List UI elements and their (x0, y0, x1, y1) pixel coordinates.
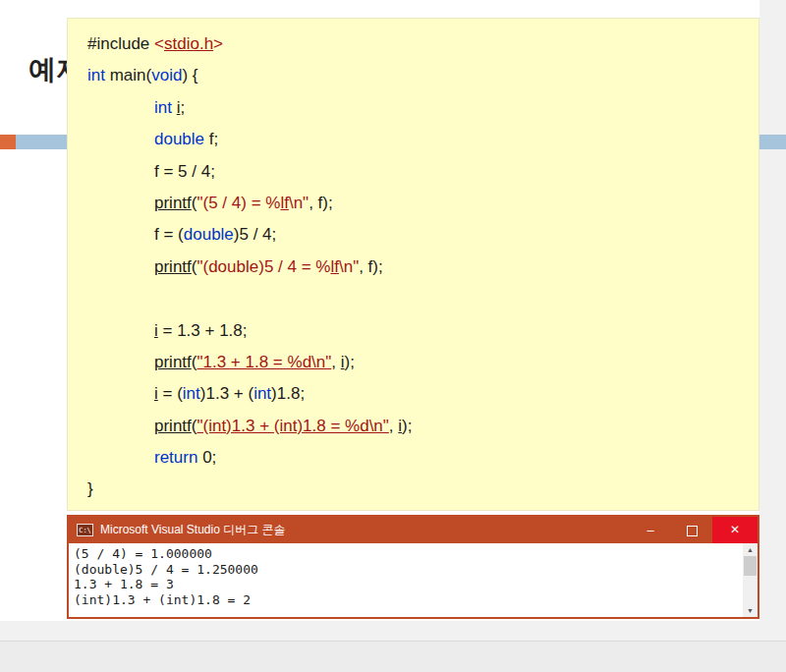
code-line: int i; (87, 92, 758, 124)
code-token: ; (180, 98, 185, 117)
code-token: f = ( (154, 225, 184, 244)
scroll-down-icon[interactable]: ▼ (743, 604, 758, 617)
code-token: )1.8; (271, 384, 305, 403)
code-token: double (184, 225, 234, 244)
code-token: = ( (158, 384, 183, 403)
code-line: printf("1.3 + 1.8 = %d\n", i); (87, 347, 758, 378)
code-token: < (154, 34, 164, 53)
minimize-button[interactable]: – (630, 517, 671, 543)
code-line: return 0; (87, 442, 758, 474)
code-token: lf (280, 194, 289, 212)
footer-bar (0, 641, 786, 672)
code-token: #include (87, 34, 154, 53)
code-token: ) { (182, 66, 197, 84)
console-line: 1.3 + 1.8 = 3 (74, 577, 738, 592)
code-line: i = 1.3 + 1.8; (87, 315, 758, 347)
code-line: f = 5 / 4; (87, 156, 758, 188)
console-output: (5 / 4) = 1.000000(double)5 / 4 = 1.2500… (69, 543, 743, 617)
code-line: f = (double)5 / 4; (87, 219, 758, 251)
code-token: 0; (197, 448, 216, 467)
page: 예제 #include <stdio.h>int main(void) {int… (0, 0, 786, 672)
code-token: ); (402, 417, 412, 435)
console-line: (double)5 / 4 = 1.250000 (74, 562, 738, 578)
code-token: "(double)5 / 4 = % (196, 257, 330, 276)
code-token: f; (204, 130, 218, 148)
code-token: > (213, 34, 223, 53)
code-token: int (87, 66, 105, 84)
code-token: \n" (339, 257, 359, 276)
code-line: printf("(5 / 4) = %lf\n", f); (87, 188, 758, 219)
scroll-up-icon[interactable]: ▲ (743, 543, 758, 556)
close-button[interactable]: ✕ (712, 517, 758, 543)
code-token: = 1.3 + 1.8; (158, 321, 248, 340)
code-token: )5 / 4; (234, 225, 276, 244)
divider-accent-square (0, 135, 16, 149)
code-token: f = 5 / 4; (154, 162, 215, 181)
code-token: int (183, 384, 200, 403)
code-line: printf("(double)5 / 4 = %lf\n", f); (87, 252, 758, 283)
code-line (87, 283, 758, 314)
code-token: , f); (309, 194, 333, 212)
code-token: printf (154, 417, 192, 435)
code-token: ); (345, 353, 355, 371)
code-line: #include <stdio.h> (87, 28, 758, 60)
code-token: , f); (359, 257, 383, 276)
code-token: main( (105, 66, 151, 84)
code-line: double f; (87, 124, 758, 155)
code-token: double (154, 130, 204, 148)
console-title: Microsoft Visual Studio 디버그 콘솔 (100, 522, 630, 538)
console-icon: C:\ (77, 524, 93, 536)
code-token: return (154, 448, 197, 467)
code-token: printf (154, 353, 192, 371)
code-token: int (253, 384, 271, 403)
code-token: printf (154, 194, 192, 212)
code-token: \n" (289, 194, 309, 212)
code-token: lf (330, 257, 339, 276)
console-scrollbar[interactable]: ▲ ▼ (743, 543, 758, 617)
console-window: C:\ Microsoft Visual Studio 디버그 콘솔 – ✕ (… (67, 515, 759, 619)
console-titlebar[interactable]: C:\ Microsoft Visual Studio 디버그 콘솔 – ✕ (69, 517, 758, 543)
code-token: , (331, 353, 340, 371)
code-token: "(5 / 4) = % (196, 194, 280, 212)
code-token: void (151, 66, 182, 84)
maximize-icon (687, 526, 698, 536)
code-line: printf("(int)1.3 + (int)1.8 = %d\n", i); (87, 411, 758, 442)
scrollbar-thumb[interactable] (744, 556, 757, 576)
code-line: int main(void) { (87, 60, 758, 91)
console-line: (5 / 4) = 1.000000 (74, 546, 738, 562)
code-token: )1.3 + ( (200, 384, 253, 403)
code-token: int (154, 98, 172, 117)
code-block: #include <stdio.h>int main(void) {int i;… (67, 18, 759, 511)
console-line: (int)1.3 + (int)1.8 = 2 (74, 592, 738, 608)
code-token: "(int)1.3 + (int)1.8 = %d\n" (196, 417, 388, 435)
maximize-button[interactable] (671, 517, 712, 543)
code-line: } (87, 474, 758, 505)
code-token: printf (154, 257, 192, 276)
code-token: stdio.h (164, 34, 213, 53)
code-line: i = (int)1.3 + (int)1.8; (87, 378, 758, 410)
code-token: } (87, 479, 93, 498)
code-token: "1.3 + 1.8 = %d\n" (196, 353, 331, 371)
code-token: , (389, 417, 398, 435)
